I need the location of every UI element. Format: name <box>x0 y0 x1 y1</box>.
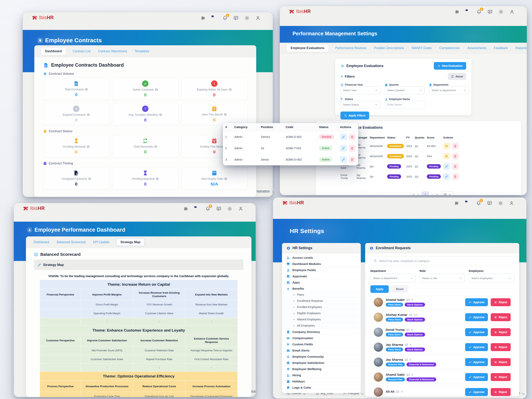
sidebar-item-waived-employees[interactable]: ▸Waived Employees <box>282 317 361 323</box>
sidebar-item-all-employees[interactable]: ▸All Employees <box>282 323 361 329</box>
delete-button[interactable] <box>452 143 459 149</box>
edit-button[interactable] <box>340 145 347 152</box>
employees-select[interactable]: Select employees <box>469 274 514 283</box>
filter-sliders-icon[interactable] <box>201 16 206 20</box>
theme-sun-icon[interactable] <box>499 9 503 14</box>
sidebar-item-access-levels[interactable]: Access Levels <box>282 254 361 261</box>
reject-button[interactable]: Reject <box>491 298 511 306</box>
delete-button[interactable] <box>452 173 459 180</box>
department-select[interactable]: Select a department <box>370 274 416 283</box>
tab-assessments[interactable]: Assessments <box>467 44 487 52</box>
edit-button[interactable] <box>443 173 450 180</box>
sidebar-item-dashboard-modules[interactable]: Dashboard Modules <box>282 261 361 267</box>
first-page-button[interactable]: « <box>413 193 414 195</box>
score-button[interactable] <box>443 143 450 149</box>
reject-button[interactable]: Reject <box>491 313 511 321</box>
search-input[interactable] <box>379 259 511 263</box>
sidebar-item-logo-color[interactable]: Logo & Color <box>282 384 361 391</box>
last-page-button[interactable]: » <box>436 193 438 195</box>
tab-reports-analytics[interactable]: Reports & Analytics <box>515 44 527 52</box>
employee-name-input[interactable] <box>385 101 425 109</box>
page-size-select[interactable]: 10 <box>441 191 453 195</box>
sidebar-item-holidays[interactable]: Holidays <box>282 378 361 384</box>
theme-sun-icon[interactable] <box>227 206 232 211</box>
reject-button[interactable]: Reject <box>491 373 511 381</box>
status-select[interactable]: Select Status <box>340 101 380 109</box>
approve-button[interactable]: Approve <box>465 373 488 381</box>
next-page-button[interactable]: › <box>432 193 433 195</box>
sidebar-item-hiring[interactable]: Hiring <box>282 372 361 378</box>
user-profile-icon[interactable] <box>509 201 514 206</box>
filter-sliders-icon[interactable] <box>184 206 188 211</box>
edit-button[interactable] <box>340 156 347 163</box>
sidebar-item-employee-community[interactable]: Employee Community <box>282 354 361 360</box>
delete-button[interactable] <box>452 153 459 160</box>
quarter-select[interactable]: Select Quarter <box>385 86 425 94</box>
user-profile-icon[interactable] <box>509 9 514 14</box>
sidebar-item-employee-wellbeing[interactable]: Employee Wellbeing <box>282 366 361 372</box>
language-flag-icon[interactable] <box>211 16 216 20</box>
tab-strategy-map[interactable]: Strategy Map <box>116 238 145 246</box>
tab-dashboard[interactable]: Dashboard <box>33 239 50 246</box>
sidebar-item-apps[interactable]: Apps <box>282 279 361 285</box>
prev-page-button[interactable]: ‹ <box>418 193 419 195</box>
tab-competencies[interactable]: Competencies <box>438 44 460 52</box>
ibishr-logo[interactable]: IbisHR <box>281 200 304 206</box>
sidebar-item-company-directory[interactable]: Company Directory <box>282 329 361 335</box>
tab-performance-reviews[interactable]: Performance Reviews <box>335 44 367 52</box>
delete-button[interactable] <box>349 156 356 163</box>
sidebar-item-employee-fields[interactable]: Employee Fields <box>282 267 361 273</box>
tab-contract-list[interactable]: Contract List <box>72 48 91 55</box>
tab-templates[interactable]: Templates <box>134 48 150 55</box>
approve-button[interactable]: Approve <box>465 313 488 321</box>
chat-icon[interactable] <box>216 206 221 211</box>
reject-button[interactable]: Reject <box>491 388 511 396</box>
ibishr-logo[interactable]: IbisHR <box>288 8 311 15</box>
user-profile-icon[interactable] <box>255 16 260 20</box>
approve-button[interactable]: Approve <box>465 328 488 336</box>
sidebar-item-enrollment-requests[interactable]: ▸Enrollment Requests <box>282 298 361 304</box>
language-flag-icon[interactable] <box>466 9 470 14</box>
approve-button[interactable]: Approve <box>465 343 488 351</box>
sidebar-item-email-alerts[interactable]: Email Alerts <box>282 347 361 354</box>
approve-button[interactable]: Approve <box>465 358 488 366</box>
apply-button[interactable]: Apply <box>370 285 389 293</box>
sidebar-item-custom-fields[interactable]: Custom Fields <box>282 341 361 347</box>
notifications-bell-icon[interactable]: 2 <box>205 206 210 211</box>
enrollment-search[interactable] <box>370 256 514 265</box>
approve-button[interactable]: Approve <box>465 298 488 306</box>
tab-employee-evaluations[interactable]: Employee Evaluations <box>286 44 329 52</box>
score-button[interactable] <box>443 153 450 160</box>
reset-filters-button[interactable]: Reset <box>448 73 466 80</box>
apply-filters-button[interactable]: Apply Filters <box>340 112 369 120</box>
reset-button[interactable]: Reset <box>391 285 408 293</box>
language-flag-icon[interactable] <box>194 206 199 211</box>
reject-button[interactable]: Reject <box>491 328 511 336</box>
edit-button[interactable] <box>340 133 347 140</box>
sidebar-item-compensation[interactable]: Compensation <box>282 335 361 341</box>
ibishr-logo[interactable]: IbisHR <box>22 205 45 211</box>
notifications-bell-icon[interactable]: 2 <box>476 201 481 206</box>
reject-button[interactable]: Reject <box>491 358 511 366</box>
tab-dashboard[interactable]: Dashboard <box>41 48 66 55</box>
edit-button[interactable] <box>443 163 450 170</box>
department-select[interactable]: Select a department <box>429 86 469 94</box>
tab-contract-attachment[interactable]: Contract Attachment <box>97 48 128 55</box>
sidebar-item-approvals[interactable]: Approvals <box>282 273 361 279</box>
tab-position-descriptions[interactable]: Position Descriptions <box>373 44 405 52</box>
ibishr-logo[interactable]: IbisHR <box>31 14 54 21</box>
sidebar-item-plans[interactable]: ▸Plans <box>282 292 361 298</box>
sidebar-item-benefits[interactable]: Benefits <box>282 285 361 292</box>
theme-sun-icon[interactable] <box>244 16 249 20</box>
financial-year-select[interactable]: Select Year <box>340 86 380 94</box>
delete-button[interactable] <box>349 145 356 152</box>
tab-kpi-update[interactable]: KPI Update <box>92 239 110 246</box>
notifications-bell-icon[interactable]: 2 <box>476 9 481 14</box>
tab-balanced-scorecard[interactable]: Balanced Scorecard <box>56 239 86 246</box>
chat-icon[interactable] <box>487 201 492 206</box>
chat-icon[interactable] <box>488 9 493 14</box>
filter-sliders-icon[interactable] <box>455 9 460 14</box>
filter-sliders-icon[interactable] <box>454 201 459 206</box>
language-flag-icon[interactable] <box>465 201 470 206</box>
sidebar-item-enrolled-employees[interactable]: ▸Enrolled Employees <box>282 304 361 310</box>
